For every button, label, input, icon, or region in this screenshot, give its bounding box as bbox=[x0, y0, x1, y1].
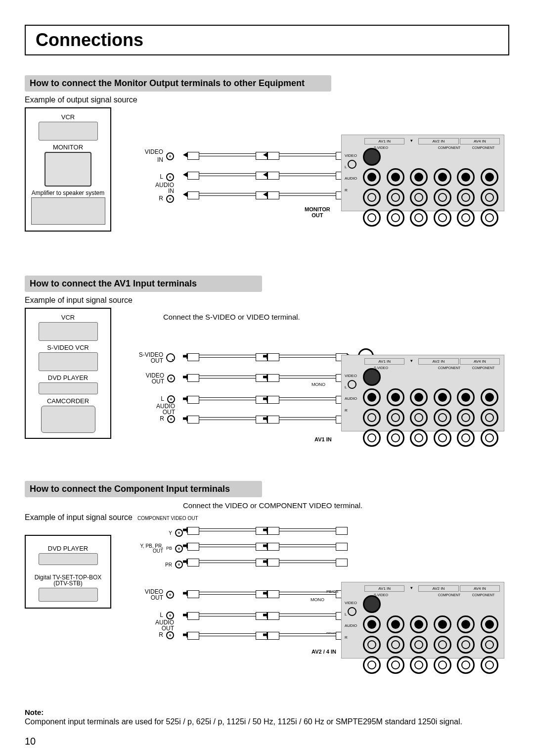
panel1-side: VIDEOLAUDIOR bbox=[345, 150, 357, 196]
panel3-side: VIDEOLAUDIOR bbox=[345, 597, 357, 643]
label-cam: CAMCORDER bbox=[29, 397, 107, 405]
illustration-amplifier bbox=[31, 197, 105, 225]
label-monitor: MONITOR bbox=[29, 143, 107, 151]
section3-examples: DVD PLAYER Digital TV-SET-TOP-BOX (DTV-S… bbox=[25, 535, 111, 609]
page-title: Connections bbox=[36, 30, 498, 50]
panel3-header: AV1 IN▼AV2 INAV4 IN bbox=[364, 585, 500, 592]
s1-io-labels: VIDEOIN L AUDIOIN R bbox=[138, 146, 174, 209]
s3-tip: Connect the VIDEO or COMPONENT VIDEO ter… bbox=[183, 501, 362, 510]
section3-diagram: Y Y, PB, PR,OUTPB PR VIDEOOUT L AUDIOOUT… bbox=[124, 525, 504, 693]
illustration-vcr bbox=[39, 122, 98, 141]
s2-io-labels: S-VIDEOOUT VIDEOOUT L AUDIOOUT R bbox=[138, 347, 175, 429]
rear-panel-2: AV1 IN▼AV2 INAV4 IN S-VIDEOCOMPONENTCOMP… bbox=[341, 355, 504, 431]
section-monitor-output: How to connect the Monitor Output termin… bbox=[25, 70, 509, 256]
section2-caption: Example of input signal source bbox=[25, 296, 509, 305]
s3-io-labels-top: Y Y, PB, PR,OUTPB PR bbox=[138, 525, 183, 572]
section2-heading: How to connect the AV1 Input terminals bbox=[25, 276, 262, 292]
title-frame: Connections bbox=[25, 25, 509, 55]
mono-label: MONO bbox=[312, 382, 325, 387]
note-body: Component input terminals are used for 5… bbox=[25, 717, 499, 726]
section1-caption: Example of output signal source bbox=[25, 95, 509, 104]
illustration-dvd2 bbox=[39, 553, 98, 565]
illustration-dvd bbox=[39, 382, 98, 394]
svideo-jack bbox=[363, 148, 381, 166]
section1-heading: How to connect the Monitor Output termin… bbox=[25, 75, 331, 92]
section1-examples: VCR MONITOR Amplifier to speaker system bbox=[25, 107, 111, 232]
section3-caption: Example of input signal source bbox=[25, 513, 133, 522]
mono-label-2: MONO bbox=[311, 597, 324, 602]
s3-panel-label: AV2 / 4 IN bbox=[312, 649, 336, 655]
s2-tip: Connect the S-VIDEO or VIDEO terminal. bbox=[163, 313, 300, 321]
label-vcr: VCR bbox=[29, 113, 107, 121]
section2-examples: VCR S-VIDEO VCR DVD PLAYER CAMCORDER bbox=[25, 308, 111, 439]
label-dvd3: DVD PLAYER bbox=[29, 545, 107, 552]
section1-diagram: VIDEOIN L AUDIOIN R MONITOR OUT AV1 IN▼A… bbox=[124, 107, 504, 256]
illustration-vcr2 bbox=[39, 322, 98, 341]
illustration-stb bbox=[39, 588, 98, 602]
section3-heading: How to connect the Component Input termi… bbox=[25, 481, 262, 497]
s2-panel-label: AV1 IN bbox=[314, 436, 332, 442]
s1-panel-label: MONITOR OUT bbox=[305, 206, 330, 218]
label-amp: Amplifier to speaker system bbox=[29, 189, 107, 196]
illustration-svideo-vcr bbox=[39, 352, 98, 371]
note-heading: Note: bbox=[25, 708, 509, 716]
section-av1-input: How to connect the AV1 Input terminals E… bbox=[25, 271, 509, 461]
page-number: 10 bbox=[25, 736, 36, 747]
label-dvd: DVD PLAYER bbox=[29, 374, 107, 381]
illustration-camcorder bbox=[41, 406, 95, 433]
rear-panel-1: AV1 IN▼AV2 INAV4 IN S-VIDEOCOMPONENTCOMP… bbox=[341, 135, 504, 211]
section-component-input: How to connect the Component Input termi… bbox=[25, 476, 509, 693]
label-stb2: (DTV-STB) bbox=[29, 580, 107, 587]
s3-io-labels-bottom: VIDEOOUT L AUDIOOUT R bbox=[138, 584, 174, 646]
rear-panel-3: AV1 IN▼AV2 INAV4 IN S-VIDEOCOMPONENTCOMP… bbox=[341, 582, 504, 659]
panel1-header: AV1 IN▼AV2 INAV4 IN bbox=[364, 138, 500, 144]
panel2-header: AV1 IN▼AV2 INAV4 IN bbox=[364, 358, 500, 365]
illustration-monitor bbox=[44, 152, 91, 187]
panel2-side: VIDEOLAUDIOR bbox=[345, 370, 357, 416]
pbcb-label: PB/CB bbox=[326, 589, 338, 594]
label-vcr2: VCR bbox=[29, 314, 107, 321]
label-svcr: S-VIDEO VCR bbox=[29, 344, 107, 351]
component-out-label: COMPONENT VIDEO OUT bbox=[137, 516, 198, 521]
section2-diagram: Connect the S-VIDEO or VIDEO terminal. S… bbox=[124, 308, 504, 461]
